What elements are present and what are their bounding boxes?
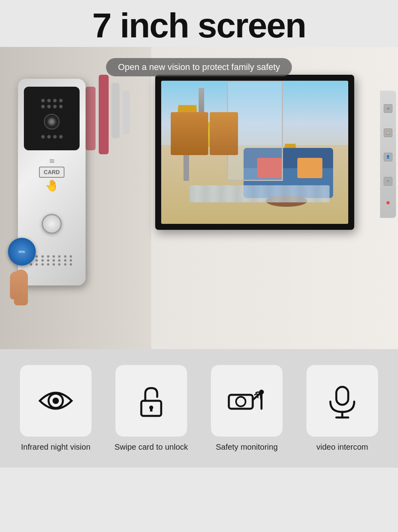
page-title: 7 inch screen bbox=[0, 8, 398, 43]
cabinet-2 bbox=[210, 112, 238, 155]
svg-rect-10 bbox=[336, 387, 348, 405]
rfid-fob: RFID bbox=[8, 238, 36, 266]
intercom-icon-box bbox=[306, 365, 378, 437]
features-section: Infrared night vision Swipe card to unlo… bbox=[0, 349, 398, 468]
svg-point-6 bbox=[236, 397, 246, 406]
rug bbox=[189, 185, 330, 202]
infrared-label: Infrared night vision bbox=[21, 443, 91, 452]
wall-strip-4 bbox=[123, 91, 130, 134]
side-button-2[interactable]: 🏠 bbox=[384, 128, 392, 137]
top-section: 7 inch screen bbox=[0, 0, 398, 43]
intercom-label: video intercom bbox=[316, 443, 368, 452]
feature-intercom: video intercom bbox=[298, 365, 386, 452]
ir-led bbox=[59, 105, 63, 109]
ir-led bbox=[41, 135, 45, 139]
monitor-outer bbox=[155, 75, 354, 230]
rfid-text: RFID bbox=[19, 250, 25, 253]
ir-led bbox=[59, 99, 63, 103]
monitor-unit: ✉ 🏠 👤 ↩ bbox=[155, 75, 378, 246]
wifi-symbol: ≋ bbox=[49, 157, 55, 165]
side-button-4[interactable]: ↩ bbox=[384, 177, 392, 186]
ir-led bbox=[53, 105, 57, 109]
monitor-screen bbox=[161, 81, 348, 224]
wall-strip-3 bbox=[111, 83, 119, 138]
eye-icon bbox=[36, 381, 76, 421]
camera-icon bbox=[227, 381, 267, 421]
hand-card-icon: 🤚 bbox=[45, 179, 59, 192]
ir-led bbox=[41, 99, 45, 103]
finger-hand bbox=[14, 270, 28, 305]
speaker-grille bbox=[30, 255, 74, 266]
card-reader-area: ≋ CARD 🤚 bbox=[26, 158, 78, 190]
svg-point-1 bbox=[53, 398, 59, 404]
card-icon-box bbox=[115, 365, 187, 437]
ir-led bbox=[59, 135, 63, 139]
wall-strip-2 bbox=[99, 75, 109, 154]
hero-area: Open a new vision to protect family safe… bbox=[0, 47, 398, 349]
intercom-unit: ≋ CARD 🤚 bbox=[12, 79, 92, 297]
ir-led bbox=[47, 135, 51, 139]
camera-lens bbox=[44, 114, 60, 130]
card-icon: CARD bbox=[39, 167, 64, 178]
feature-infrared: Infrared night vision bbox=[12, 365, 100, 452]
side-indicator bbox=[386, 201, 390, 204]
svg-rect-4 bbox=[150, 408, 152, 412]
feature-card: Swipe card to unlock bbox=[107, 365, 195, 452]
ir-leds-bottom bbox=[35, 133, 69, 141]
lock-icon bbox=[131, 381, 171, 421]
camera-section bbox=[24, 87, 80, 150]
doorbell-button[interactable] bbox=[42, 214, 62, 234]
side-button-1[interactable]: ✉ bbox=[384, 104, 392, 113]
side-button-3[interactable]: 👤 bbox=[384, 153, 392, 161]
microphone-icon bbox=[322, 381, 362, 421]
monitoring-icon-box bbox=[211, 365, 283, 437]
ir-led bbox=[53, 99, 57, 103]
monitor-side-panel: ✉ 🏠 👤 ↩ bbox=[380, 91, 396, 218]
ir-led bbox=[47, 99, 51, 103]
infrared-icon-box bbox=[20, 365, 92, 437]
room-scene bbox=[161, 81, 348, 224]
cushion-orange bbox=[297, 158, 322, 178]
ir-led bbox=[53, 135, 57, 139]
monitoring-label: Safety monitoring bbox=[216, 443, 278, 452]
subtitle-badge: Open a new vision to protect family safe… bbox=[106, 58, 292, 76]
ir-leds bbox=[35, 97, 69, 111]
cabinet bbox=[171, 112, 208, 155]
ir-led bbox=[41, 105, 45, 109]
ir-led bbox=[47, 105, 51, 109]
card-label: Swipe card to unlock bbox=[115, 443, 188, 452]
feature-monitoring: Safety monitoring bbox=[203, 365, 291, 452]
